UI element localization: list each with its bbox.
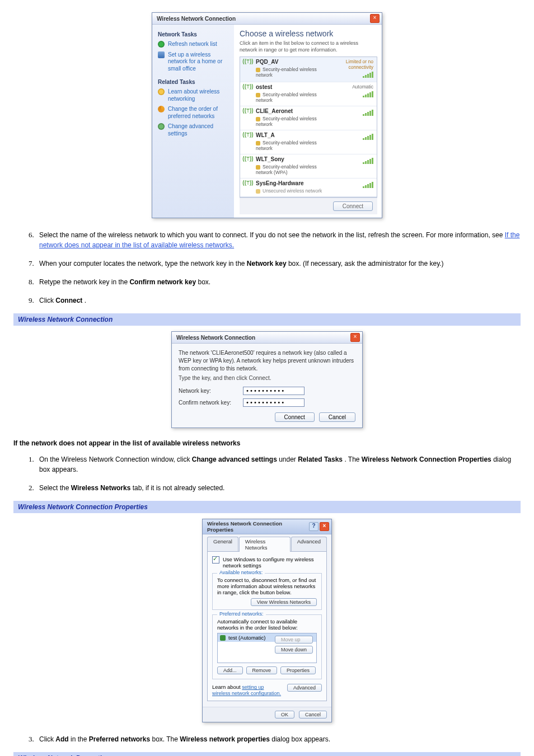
dialog-message: The network 'CLIEAeronet500' requires a … bbox=[179, 349, 355, 373]
cancel-button[interactable]: Cancel bbox=[319, 412, 355, 422]
advanced-button[interactable]: Advanced bbox=[287, 684, 322, 692]
steps-list-b: On the Wireless Network Connection windo… bbox=[13, 454, 521, 493]
group-available-networks: Available networks: To connect to, disco… bbox=[212, 573, 322, 610]
network-name: WLT_Sony bbox=[256, 156, 331, 162]
network-item[interactable]: ((⍡)) CLIE_Aeronet Security-enabled wire… bbox=[240, 106, 377, 130]
preferred-listbox[interactable]: test (Automatic) Move up Move down bbox=[217, 633, 317, 663]
order-icon bbox=[158, 106, 165, 112]
learn-icon bbox=[158, 88, 165, 95]
move-down-button[interactable]: Move down bbox=[275, 646, 313, 654]
sidebar-item-label: Change the order of preferred networks bbox=[168, 106, 229, 120]
view-wireless-button[interactable]: View Wireless Networks bbox=[251, 598, 317, 606]
window-titlebar: Wireless Network Connection × bbox=[152, 13, 382, 25]
wireless-signal-icon: ((⍡)) bbox=[243, 156, 252, 162]
remove-button[interactable]: Remove bbox=[246, 666, 278, 674]
figure-2-key-dialog: Wireless Network Connection × The networ… bbox=[171, 331, 363, 428]
main-subtext: Click an item in the list below to conne… bbox=[240, 40, 377, 53]
network-name: SysEng-Hardware bbox=[256, 180, 331, 186]
use-windows-checkbox-row[interactable]: Use Windows to configure my wireless net… bbox=[212, 556, 322, 569]
step-b2: Select the Wireless Networks tab, if it … bbox=[36, 482, 521, 493]
window-title: Wireless Network Connection bbox=[176, 335, 255, 341]
wireless-signal-icon: ((⍡)) bbox=[243, 180, 252, 186]
ok-button[interactable]: OK bbox=[275, 711, 294, 719]
sidebar-item-label: Learn about wireless networking bbox=[168, 88, 229, 102]
signal-bars-icon bbox=[363, 157, 373, 164]
sidebar-item-learn[interactable]: Learn about wireless networking bbox=[158, 88, 229, 102]
network-list: ((⍡)) PQD_AV Security-enabled wireless n… bbox=[240, 57, 377, 198]
sidebar-item-refresh[interactable]: Refresh network list bbox=[158, 41, 229, 48]
network-status: Automatic bbox=[334, 84, 373, 90]
network-name: ostest bbox=[256, 84, 331, 90]
network-item[interactable]: ((⍡)) ostest Security-enabled wireless n… bbox=[240, 82, 377, 106]
figure-1-wireless-chooser: Wireless Network Connection × Network Ta… bbox=[152, 12, 382, 218]
tab-panel: Use Windows to configure my wireless net… bbox=[207, 551, 327, 701]
tab-advanced[interactable]: Advanced bbox=[291, 537, 327, 552]
steps-list: Select the name of the wireless network … bbox=[13, 229, 521, 306]
network-name: PQD_AV bbox=[256, 59, 331, 65]
learn-prefix: Learn about bbox=[212, 684, 242, 690]
confirm-key-input[interactable]: •••••••••• bbox=[243, 398, 305, 407]
sidebar-item-setup[interactable]: Set up a wireless network for a home or … bbox=[158, 51, 229, 73]
help-icon[interactable]: ? bbox=[309, 522, 318, 531]
sidebar-item-advanced[interactable]: Change advanced settings bbox=[158, 123, 229, 137]
close-icon[interactable]: × bbox=[320, 522, 329, 531]
network-status: Limited or no connectivity bbox=[334, 59, 373, 70]
sidebar-item-label: Set up a wireless network for a home or … bbox=[168, 51, 229, 73]
wireless-signal-icon: ((⍡)) bbox=[243, 84, 252, 90]
connect-button[interactable]: Connect bbox=[333, 201, 373, 211]
figure-3-props-dialog: Wireless Network Connection Properties ?… bbox=[202, 519, 332, 722]
close-icon[interactable]: × bbox=[350, 333, 360, 342]
sidebar: Network Tasks Refresh network list Set u… bbox=[152, 25, 234, 218]
checkbox-label: Use Windows to configure my wireless net… bbox=[223, 556, 322, 569]
gear-icon bbox=[158, 123, 165, 130]
list-item-label: test (Automatic) bbox=[228, 635, 266, 641]
group-preferred-networks: Preferred networks: Automatically connec… bbox=[212, 614, 322, 679]
network-item[interactable]: ((⍡)) WLT_A Security-enabled wireless ne… bbox=[240, 130, 377, 154]
window-title: Wireless Network Connection Properties bbox=[207, 520, 309, 533]
step-8: Retype the network key in the Confirm ne… bbox=[36, 276, 521, 287]
network-item[interactable]: ((⍡)) WLT_Sony Security-enabled wireless… bbox=[240, 154, 377, 179]
wireless-signal-icon: ((⍡)) bbox=[243, 132, 252, 138]
group-title: Preferred networks: bbox=[217, 611, 266, 617]
label-network-key: Network key: bbox=[179, 388, 243, 394]
sidebar-item-order[interactable]: Change the order of preferred networks bbox=[158, 106, 229, 120]
step-b3: Click Add in the Preferred networks box.… bbox=[36, 734, 521, 744]
main-heading: Choose a wireless network bbox=[240, 29, 377, 38]
network-name: WLT_A bbox=[256, 132, 331, 138]
properties-button[interactable]: Properties bbox=[280, 666, 316, 674]
checkbox-icon[interactable] bbox=[212, 556, 219, 564]
refresh-icon bbox=[158, 41, 165, 48]
cancel-button[interactable]: Cancel bbox=[299, 711, 327, 719]
group-title: Available networks: bbox=[217, 570, 265, 575]
close-icon[interactable]: × bbox=[370, 14, 380, 23]
connect-button[interactable]: Connect bbox=[275, 412, 315, 422]
group-text: To connect to, disconnect from, or find … bbox=[217, 577, 317, 595]
section-bar-wnc: Wireless Network Connection bbox=[13, 313, 521, 326]
label-confirm-key: Confirm network key: bbox=[179, 400, 243, 406]
signal-bars-icon bbox=[363, 181, 373, 188]
network-desc: Security-enabled wireless network (WPA) bbox=[256, 164, 331, 175]
network-item[interactable]: ((⍡)) SysEng-Hardware Unsecured wireless… bbox=[240, 179, 377, 197]
network-item[interactable]: ((⍡)) PQD_AV Security-enabled wireless n… bbox=[240, 57, 377, 82]
window-titlebar: Wireless Network Connection × bbox=[172, 332, 362, 344]
network-key-input[interactable]: •••••••••• bbox=[243, 387, 305, 395]
steps-list-c: Click Add in the Preferred networks box.… bbox=[13, 734, 521, 744]
group-text: Automatically connect to available netwo… bbox=[217, 618, 317, 631]
move-up-button[interactable]: Move up bbox=[275, 636, 313, 644]
wireless-signal-icon: ((⍡)) bbox=[243, 108, 252, 114]
add-button[interactable]: Add... bbox=[217, 666, 243, 674]
sidebar-item-label: Refresh network list bbox=[168, 41, 217, 48]
step-7: When your computer locates the network, … bbox=[36, 258, 521, 269]
signal-bars-icon bbox=[363, 133, 373, 140]
window-title: Wireless Network Connection bbox=[157, 16, 236, 22]
tab-general[interactable]: General bbox=[207, 537, 238, 552]
sidebar-header-related-tasks: Related Tasks bbox=[158, 79, 229, 85]
signal-bars-icon bbox=[363, 71, 373, 78]
signal-bars-icon bbox=[363, 109, 373, 116]
main-panel: Choose a wireless network Click an item … bbox=[234, 25, 382, 218]
tab-wireless-networks[interactable]: Wireless Networks bbox=[239, 537, 291, 552]
dialog-hint: Type the key, and then click Connect. bbox=[179, 375, 355, 381]
tabs: General Wireless Networks Advanced bbox=[207, 537, 327, 552]
network-desc: Security-enabled wireless network bbox=[256, 116, 331, 127]
section-bar-wnp: Wireless Network Properties bbox=[13, 752, 521, 756]
